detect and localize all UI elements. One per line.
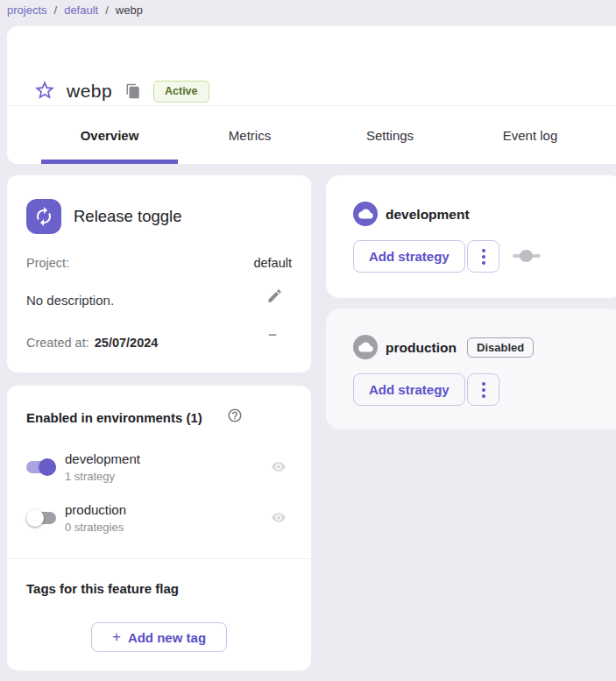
cloud-icon (353, 202, 378, 226)
collapse-button[interactable]: – (264, 326, 281, 344)
pencil-icon (266, 294, 283, 307)
env-row-strategies-production: 0 strategies (65, 521, 124, 534)
env-row-strategies-development: 1 strategy (65, 470, 115, 483)
release-toggle-icon (26, 199, 61, 234)
toggle-knob (26, 509, 44, 527)
status-badge: Active (153, 81, 209, 103)
breadcrumb: projects / default / webp (7, 1, 143, 18)
tab-event-log[interactable]: Event log (460, 106, 600, 164)
cloud-icon (353, 335, 378, 359)
environments-title: Enabled in environments (1) (26, 410, 202, 425)
breadcrumb-current: webp (116, 4, 143, 17)
strategy-connector-icon (513, 250, 541, 262)
help-button[interactable] (226, 408, 244, 425)
eye-icon (269, 464, 288, 477)
created-at-value: 25/07/2024 (95, 336, 159, 350)
active-tab-indicator (41, 160, 178, 164)
preview-production-button[interactable] (269, 510, 288, 526)
created-at-row: Created at:25/07/2024 (26, 336, 158, 350)
breadcrumb-link-projects[interactable]: projects (7, 4, 47, 17)
tab-metrics[interactable]: Metrics (180, 106, 320, 164)
kebab-menu-icon (482, 249, 485, 265)
plus-icon: + (112, 628, 121, 646)
breadcrumb-separator: / (54, 4, 58, 17)
env-row-name-development: development (65, 451, 140, 466)
environment-menu-button-production[interactable] (467, 373, 499, 406)
flag-details-card: Release toggle Project: default No descr… (7, 175, 311, 372)
help-circle-icon (227, 413, 243, 426)
section-divider (7, 558, 311, 559)
environment-menu-button-development[interactable] (467, 240, 499, 273)
star-outline-icon (33, 91, 56, 104)
project-value: default (253, 256, 292, 270)
tab-bar: Overview Metrics Settings Event log (7, 105, 616, 164)
add-strategy-button-production[interactable]: Add strategy (353, 373, 465, 406)
environment-panel-development: development Add strategy (326, 175, 616, 298)
environment-panel-production: production Disabled Add strategy (326, 309, 616, 429)
tab-settings[interactable]: Settings (320, 106, 460, 164)
flag-type-label: Release toggle (74, 207, 181, 226)
copy-icon (125, 89, 141, 102)
kebab-menu-icon (482, 382, 485, 398)
add-new-tag-button[interactable]: + Add new tag (91, 622, 227, 652)
toggle-production[interactable] (26, 509, 56, 527)
feature-flag-page: projects / default / webp webp Active Ov… (0, 0, 616, 681)
edit-description-button[interactable] (265, 287, 284, 307)
copy-name-button[interactable] (124, 83, 142, 101)
tags-title: Tags for this feature flag (26, 581, 179, 596)
project-label: Project: (26, 256, 69, 270)
environments-card: Enabled in environments (1) development … (7, 386, 311, 670)
favorite-star-button[interactable] (33, 79, 56, 102)
created-at-label: Created at: (26, 336, 89, 350)
environment-name: production (386, 340, 457, 356)
toggle-development[interactable] (26, 458, 56, 476)
disabled-badge: Disabled (467, 337, 534, 358)
tab-label: Overview (81, 128, 139, 143)
tab-overview[interactable]: Overview (39, 106, 180, 164)
toggle-knob (39, 458, 56, 476)
add-strategy-button-development[interactable]: Add strategy (353, 240, 465, 273)
tab-label: Metrics (229, 128, 271, 143)
breadcrumb-link-default[interactable]: default (64, 4, 98, 17)
breadcrumb-separator: / (105, 4, 109, 17)
env-row-name-production: production (65, 502, 126, 517)
description-text: No description. (26, 293, 114, 308)
add-new-tag-label: Add new tag (128, 630, 206, 645)
tab-label: Event log (503, 128, 558, 143)
eye-icon (269, 514, 288, 528)
preview-development-button[interactable] (269, 459, 288, 475)
tab-label: Settings (366, 128, 414, 143)
page-title: webp (67, 81, 112, 102)
environment-name: development (386, 207, 470, 223)
feature-header-card: webp Active Overview Metrics Settings Ev… (7, 26, 616, 164)
